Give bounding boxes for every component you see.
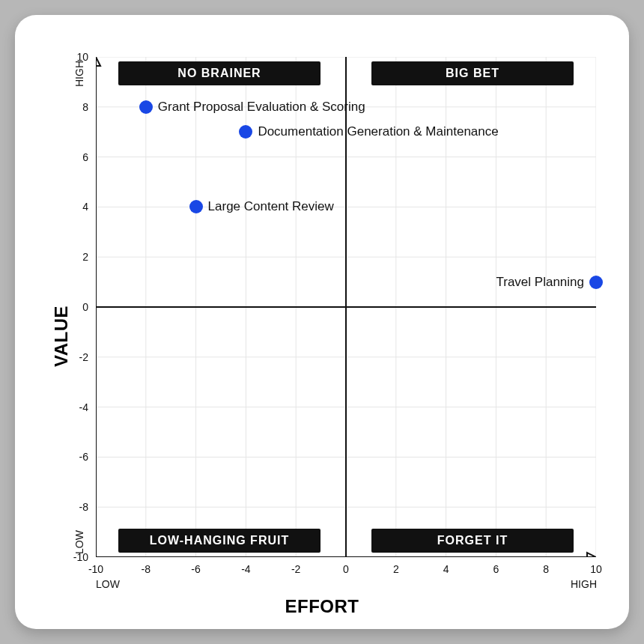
quadrant-big-bet: BIG BET — [371, 61, 574, 85]
y-high-label: HIGH — [73, 61, 85, 87]
y-tick: -4 — [79, 401, 88, 413]
plot-area: NO BRAINER BIG BET LOW-HANGING FRUIT FOR… — [96, 57, 596, 557]
x-tick: 8 — [543, 563, 549, 575]
y-axis-title: VALUE — [51, 306, 72, 367]
y-tick: -2 — [79, 351, 88, 363]
quadrant-label: BIG BET — [446, 67, 499, 80]
x-tick: -8 — [142, 563, 151, 575]
y-tick: 6 — [82, 151, 88, 163]
quadrant-forget-it: FORGET IT — [371, 529, 574, 553]
quadrant-label: NO BRAINER — [177, 67, 261, 80]
data-point-label: Travel Planning — [496, 275, 585, 290]
data-point — [189, 200, 203, 213]
x-low-label: LOW — [96, 578, 120, 590]
y-tick: 8 — [82, 101, 88, 113]
x-axis-title: EFFORT — [15, 596, 629, 617]
x-tick: 6 — [493, 563, 499, 575]
x-tick: 0 — [343, 563, 349, 575]
x-tick: -4 — [241, 563, 250, 575]
data-point — [239, 125, 252, 139]
x-tick: 4 — [443, 563, 449, 575]
y-tick: -8 — [79, 501, 88, 513]
x-tick: -6 — [191, 563, 200, 575]
data-point-label: Large Content Review — [208, 199, 334, 214]
quadrant-no-brainer: NO BRAINER — [118, 61, 321, 85]
quadrant-label: LOW-HANGING FRUIT — [150, 534, 289, 547]
y-tick: 0 — [82, 301, 88, 313]
quadrant-label: FORGET IT — [437, 534, 508, 547]
data-point-label: Grant Proposal Evaluation & Scoring — [158, 100, 365, 115]
x-tick: 2 — [393, 563, 399, 575]
y-tick: 4 — [82, 201, 88, 213]
y-tick: -6 — [79, 451, 88, 463]
x-tick: 10 — [590, 563, 602, 575]
x-tick: -10 — [88, 563, 103, 575]
chart-card: NO BRAINER BIG BET LOW-HANGING FRUIT FOR… — [15, 15, 629, 629]
y-tick: 2 — [82, 251, 88, 263]
data-point — [589, 276, 603, 289]
data-point-label: Documentation Generation & Maintenance — [258, 124, 498, 139]
quadrant-low-hanging: LOW-HANGING FRUIT — [118, 529, 321, 553]
data-point — [139, 100, 153, 114]
x-tick: -2 — [291, 563, 300, 575]
y-low-label: LOW — [73, 530, 85, 554]
x-high-label: HIGH — [571, 578, 597, 590]
